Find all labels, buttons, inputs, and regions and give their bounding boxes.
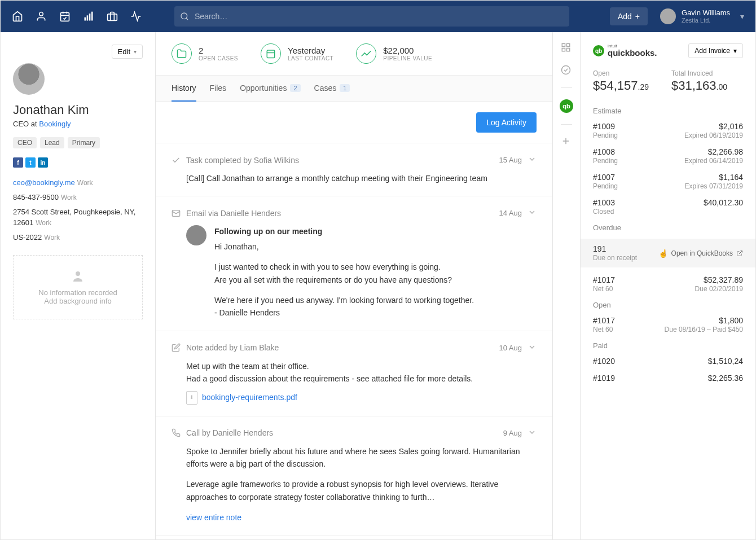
open-in-quickbooks-link[interactable]: ☝Open in QuickBooks [658, 244, 743, 262]
svg-rect-5 [85, 17, 86, 21]
stat-last-contact: YesterdayLAST CONTACT [261, 43, 333, 64]
quickbooks-icon[interactable]: qb [560, 99, 573, 113]
app-rail: qb [552, 32, 581, 539]
check-circle-icon[interactable] [561, 65, 572, 76]
add-invoice-button[interactable]: Add Invoice▾ [688, 43, 743, 58]
view-note-link[interactable]: view entire note [186, 513, 241, 522]
tab-files[interactable]: Files [210, 76, 227, 102]
chevron-down-icon: ▾ [740, 12, 744, 21]
tabs: History Files Opportunities2 Cases1 [156, 75, 552, 102]
feed-item-call: Call by Danielle Henders 9 Aug Spoke to … [156, 416, 552, 536]
twitter-icon[interactable]: t [25, 157, 36, 168]
svg-point-0 [39, 12, 43, 16]
chevron-down-icon[interactable] [528, 155, 537, 165]
company-link[interactable]: Bookingly [39, 120, 71, 128]
feed-item-task: Task completed by Sofia Wilkins 15 Aug [… [156, 143, 552, 196]
check-icon [172, 156, 181, 165]
phone-text: 845-437-9500 [13, 193, 59, 201]
user-org: Zestia Ltd. [682, 17, 730, 24]
phone-icon [172, 428, 181, 437]
invoice-row[interactable]: #1007Pending$1,164Expires 07/31/2019 [593, 173, 743, 190]
section-overdue: Overdue [593, 223, 743, 232]
activity-icon[interactable] [130, 11, 142, 22]
total-open: Open $54,157.29 [593, 69, 649, 93]
tag[interactable]: Primary [68, 137, 100, 148]
person-icon [71, 269, 85, 283]
chevron-down-icon[interactable] [528, 428, 537, 438]
svg-rect-6 [87, 15, 89, 20]
cursor-icon: ☝ [658, 249, 668, 258]
bars-icon[interactable] [83, 11, 94, 22]
feed-item-email: Email via Danielle Henders 14 Aug Follow… [156, 196, 552, 331]
svg-rect-16 [562, 43, 565, 46]
profile-name: Jonathan Kim [13, 103, 143, 117]
external-link-icon [736, 250, 743, 257]
file-link[interactable]: bookingly-requirements.pdf [202, 391, 297, 403]
svg-rect-7 [89, 14, 91, 21]
facebook-icon[interactable]: f [13, 157, 23, 168]
stat-open-cases: 2OPEN CASES [172, 43, 238, 64]
briefcase-icon[interactable] [107, 11, 118, 22]
search-input[interactable] [174, 6, 569, 27]
file-icon: ⬇ [186, 391, 197, 405]
profile-sidebar: Edit▾ Jonathan Kim CEO at Bookingly CEO … [1, 32, 156, 539]
tab-history[interactable]: History [172, 76, 196, 102]
svg-rect-8 [91, 12, 93, 21]
chevron-down-icon[interactable] [528, 208, 537, 218]
calendar-icon [261, 43, 281, 64]
edit-icon [172, 343, 181, 352]
background-info-box[interactable]: No information recorded Add background i… [13, 255, 143, 319]
invoice-row[interactable]: #1008Pending$2,266.98Expired 06/14/2019 [593, 147, 743, 165]
trend-icon [356, 43, 376, 64]
tag[interactable]: CEO [13, 137, 37, 148]
linkedin-icon[interactable]: in [38, 157, 48, 168]
invoice-row-hovered[interactable]: 191Due on receipt ☝Open in QuickBooks [581, 239, 755, 267]
invoice-row[interactable]: #1003Closed$40,012.30 [593, 198, 743, 216]
person-icon[interactable] [36, 11, 47, 22]
user-name: Gavin Williams [682, 8, 730, 17]
add-button[interactable]: Add+ [610, 7, 648, 25]
tag[interactable]: Lead [40, 137, 64, 148]
svg-rect-18 [567, 49, 570, 51]
tab-opportunities[interactable]: Opportunities2 [240, 76, 300, 102]
svg-rect-17 [567, 43, 570, 46]
section-estimate: Estimate [593, 107, 743, 115]
profile-title: CEO at Bookingly [13, 120, 143, 128]
section-paid: Paid [593, 341, 743, 350]
invoice-row[interactable]: #1017Net 60$1,800Due 08/16/19 – Paid $45… [593, 316, 743, 333]
grid-icon[interactable] [561, 42, 572, 54]
quickbooks-panel: qb intuitquickbooks. Add Invoice▾ Open $… [581, 32, 755, 539]
stat-pipeline: $22,000PIPELINE VALUE [356, 43, 432, 64]
main-content: 2OPEN CASES YesterdayLAST CONTACT $22,00… [156, 32, 552, 539]
svg-rect-1 [61, 12, 69, 21]
folder-icon [172, 43, 192, 64]
svg-rect-19 [562, 49, 565, 51]
svg-point-12 [76, 271, 80, 276]
edit-button[interactable]: Edit▾ [112, 45, 143, 59]
profile-avatar [13, 63, 45, 95]
chevron-down-icon[interactable] [528, 343, 537, 353]
invoice-row[interactable]: #1020$1,510,24 [593, 357, 743, 366]
address-text: 2754 Scott Street, Poughkeepsie, NY, 126… [13, 208, 135, 226]
plus-icon: + [635, 12, 640, 21]
invoice-row[interactable]: #1017Net 60$52,327.89Due 02/20/2019 [593, 275, 743, 293]
email-link[interactable]: ceo@bookingly.me [13, 178, 75, 187]
log-activity-button[interactable]: Log Activity [476, 112, 537, 133]
calendar-icon[interactable] [59, 11, 71, 22]
top-navigation: Add+ Gavin Williams Zestia Ltd. ▾ [1, 1, 755, 32]
region-text: US-2022 [13, 233, 42, 242]
chevron-down-icon: ▾ [134, 49, 137, 55]
invoice-row[interactable]: #1009Pending$2,016Expired 06/19/2019 [593, 122, 743, 139]
chevron-down-icon: ▾ [733, 47, 737, 55]
invoice-row[interactable]: #1019$2,265.36 [593, 374, 743, 383]
total-invoiced: Total Invoiced $31,163.00 [671, 69, 727, 93]
tab-cases[interactable]: Cases1 [314, 76, 350, 102]
feed-item-note: Note added by Liam Blake 10 Aug Met up w… [156, 331, 552, 416]
svg-rect-9 [108, 14, 117, 21]
quickbooks-logo: qb intuitquickbooks. [593, 44, 657, 58]
plus-icon[interactable] [561, 136, 572, 147]
mail-icon [172, 209, 181, 218]
home-icon[interactable] [12, 11, 23, 22]
svg-point-20 [562, 66, 570, 74]
user-menu[interactable]: Gavin Williams Zestia Ltd. ▾ [660, 8, 744, 25]
